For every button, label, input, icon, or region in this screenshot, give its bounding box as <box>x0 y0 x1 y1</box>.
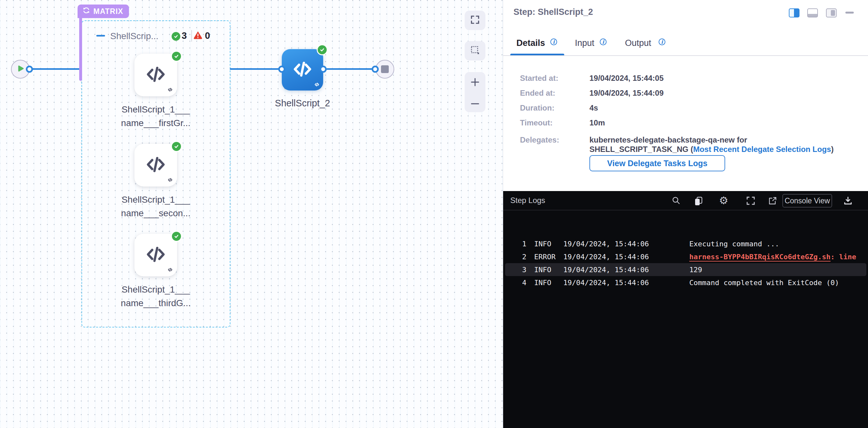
delegates-value-line1: kubernetes-delegate-backstage-qa-new for <box>589 135 747 145</box>
panel-title: Step: ShellScript_2 <box>514 7 593 17</box>
code-icon <box>146 154 166 176</box>
view-delegate-tasks-logs-button[interactable]: View Delegate Tasks Logs <box>589 155 725 171</box>
shellscript2-out-port <box>319 66 327 73</box>
matrix-collapse-button[interactable] <box>96 35 105 36</box>
step-logs-header: Step Logs ⚙ Console View <box>503 191 868 210</box>
log-download-icon[interactable] <box>843 196 852 207</box>
log-level: ERROR <box>534 253 556 261</box>
log-line-3-selected[interactable]: 3 INFO 19/04/2024, 15:44:06 129 <box>505 263 866 276</box>
log-timestamp: 19/04/2024, 15:44:06 <box>563 253 652 261</box>
tab-output[interactable]: Output <box>625 38 651 48</box>
canvas-selection-mode-button[interactable] <box>465 41 485 60</box>
duration-label: Duration: <box>520 103 555 113</box>
details-info-icon[interactable]: i <box>550 38 557 45</box>
matrix-failed-count: 0 <box>205 30 210 41</box>
log-level: INFO <box>534 279 556 287</box>
log-open-new-tab-icon[interactable] <box>768 196 777 207</box>
node-success-badge <box>171 141 182 152</box>
log-settings-gear-icon[interactable]: ⚙ <box>719 195 728 206</box>
delegates-task-name: SHELL_SCRIPT_TASK_NG ( <box>589 145 693 154</box>
code-mini-icon <box>314 82 319 88</box>
stop-icon <box>381 65 389 73</box>
node-shellscript-1-third[interactable] <box>134 234 177 276</box>
log-message: 129 <box>689 266 702 274</box>
code-mini-icon <box>167 267 173 273</box>
selection-box-icon <box>470 45 479 56</box>
shellscript2-in-port <box>278 66 285 73</box>
play-icon <box>16 64 25 74</box>
log-line-4[interactable]: 4 INFO 19/04/2024, 15:44:06 Command comp… <box>505 276 866 289</box>
log-line-number: 2 <box>513 253 526 261</box>
ended-at-value: 19/04/2024, 15:44:09 <box>589 89 664 98</box>
output-info-icon[interactable]: i <box>659 38 665 45</box>
pipeline-canvas[interactable]: MATRIX ShellScrip... 3 0 ShellScript_1 <box>0 0 503 428</box>
log-fullscreen-icon[interactable] <box>746 196 755 207</box>
connector-start-to-matrix <box>29 68 81 70</box>
node-label: ShellScript_1___ name___firstGr... <box>111 103 201 130</box>
step-details-panel: Step: ShellScript_2 Details i Input i Ou… <box>503 0 868 428</box>
log-error-script-link[interactable]: harness-BYPP4bBIRqisKCo6dteGZg.sh <box>689 253 831 261</box>
log-search-icon[interactable] <box>672 196 681 206</box>
pipeline-execution-view: MATRIX ShellScrip... 3 0 ShellScript_1 <box>0 0 868 428</box>
started-at-label: Started at: <box>520 74 558 83</box>
floating-panel-glyph <box>831 10 835 16</box>
canvas-fit-screen-button[interactable] <box>465 11 485 30</box>
connector-shellscript2-to-end <box>327 68 375 70</box>
node-shellscript-1-second[interactable] <box>134 144 177 186</box>
canvas-zoom-controls <box>465 72 485 112</box>
code-mini-icon <box>167 87 173 93</box>
node-shellscript-1-first[interactable] <box>134 54 177 96</box>
log-message: Executing command ... <box>689 240 779 248</box>
node-success-badge <box>171 231 182 242</box>
tab-input[interactable]: Input <box>575 38 594 48</box>
matrix-badge: MATRIX <box>78 4 129 18</box>
code-mini-icon <box>167 178 173 184</box>
log-line-number: 3 <box>513 266 526 274</box>
node-shellscript-2-selected[interactable] <box>282 49 323 91</box>
log-line-2[interactable]: 2 ERROR 19/04/2024, 15:44:06 harness-BYP… <box>505 250 866 263</box>
fullscreen-icon <box>470 15 479 26</box>
layout-split-bottom-icon[interactable] <box>807 8 818 18</box>
node-label: ShellScript_1___ name___thirdG... <box>111 283 201 310</box>
step-logs-console: Step Logs ⚙ Console View <box>503 191 868 428</box>
log-line-number: 4 <box>513 279 526 287</box>
node-success-badge <box>171 51 182 62</box>
matrix-failed-icon <box>193 31 203 41</box>
log-level: INFO <box>534 240 556 248</box>
log-timestamp: 19/04/2024, 15:44:06 <box>563 266 652 274</box>
delegates-label: Delegates: <box>520 135 559 145</box>
duration-value: 4s <box>589 103 598 113</box>
code-icon <box>292 59 312 81</box>
log-copy-icon[interactable] <box>694 196 704 207</box>
step-logs-title: Step Logs <box>510 196 545 205</box>
start-node-out-port <box>26 66 33 73</box>
selected-node-label: ShellScript_2 <box>257 98 348 109</box>
minimize-panel-button[interactable] <box>845 12 854 13</box>
timeout-label: Timeout: <box>520 118 553 127</box>
node-success-badge <box>317 44 328 55</box>
loop-icon <box>82 6 91 17</box>
log-message: Command completed with ExitCode (0) <box>689 279 839 287</box>
layout-split-right-icon[interactable] <box>789 8 800 18</box>
zoom-out-button[interactable] <box>470 101 480 107</box>
tab-details[interactable]: Details <box>517 38 545 48</box>
zoom-in-button[interactable] <box>470 77 480 88</box>
matrix-group-name: ShellScrip... <box>110 31 158 41</box>
layout-floating-panel-icon[interactable] <box>826 8 837 18</box>
end-node-in-port <box>372 66 379 73</box>
log-error-message-rest: : line <box>831 253 856 261</box>
log-line-1[interactable]: 1 INFO 19/04/2024, 15:44:06 Executing co… <box>505 237 866 250</box>
node-label: ShellScript_1___ name___secon... <box>111 193 201 220</box>
input-info-icon[interactable]: i <box>600 38 607 45</box>
matrix-success-icon <box>172 32 180 41</box>
tabs-bottom-border <box>503 55 868 56</box>
delegate-selection-logs-link[interactable]: Most Recent Delegate Selection Logs <box>693 145 831 154</box>
matrix-count-divider <box>191 30 192 42</box>
matrix-success-count: 3 <box>182 30 187 41</box>
console-view-button[interactable]: Console View <box>782 194 832 208</box>
code-icon <box>146 244 166 266</box>
matrix-left-bar <box>79 13 82 81</box>
log-level: INFO <box>534 266 556 274</box>
log-timestamp: 19/04/2024, 15:44:06 <box>563 240 652 248</box>
connector-matrix-to-shellscript2 <box>230 68 281 70</box>
